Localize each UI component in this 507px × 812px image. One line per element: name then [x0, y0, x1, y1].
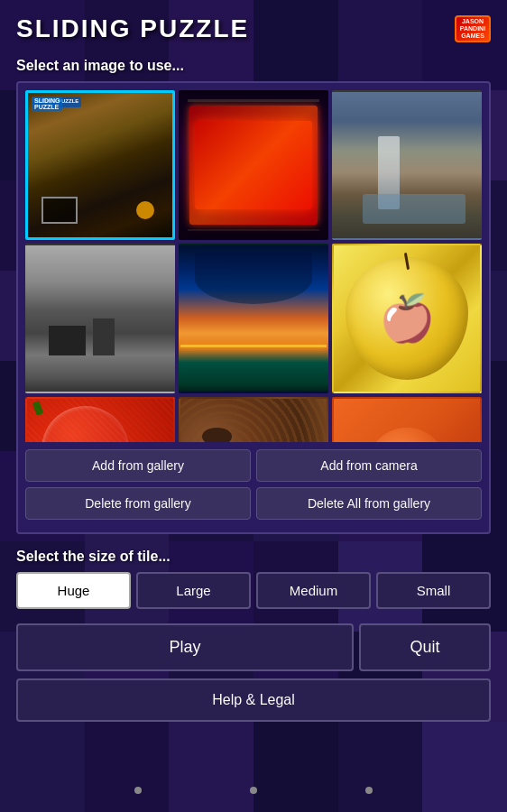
image-cell-neon[interactable] — [179, 90, 328, 240]
delete-from-gallery-button[interactable]: Delete from gallery — [25, 487, 251, 520]
image-cell-waterfall[interactable] — [332, 90, 482, 240]
quit-button[interactable]: Quit — [359, 623, 491, 671]
image-cell-sunset[interactable] — [179, 244, 328, 393]
select-image-label: Select an image to use... — [16, 58, 491, 74]
nav-dot-2[interactable] — [250, 787, 257, 794]
gallery-buttons: Add from gallery Add from camera Delete … — [25, 449, 482, 520]
bottom-navigation — [0, 787, 507, 794]
image-cell-apple[interactable] — [332, 244, 482, 393]
tile-large-button[interactable]: Large — [136, 572, 251, 609]
image-cell-puzzle[interactable]: SLIDING PUZZLE — [25, 90, 175, 240]
image-panel: SLIDING PUZZLE — [16, 81, 491, 534]
nav-dot-3[interactable] — [365, 787, 373, 794]
nav-dot-1[interactable] — [134, 787, 142, 794]
action-section: Play Quit Help & Legal — [16, 623, 491, 722]
image-cell-strawberry[interactable] — [25, 397, 175, 442]
tile-size-section: Select the size of tile... Huge Large Me… — [16, 549, 491, 609]
image-cell-bw-farm[interactable] — [25, 244, 175, 393]
tile-medium-button[interactable]: Medium — [256, 572, 371, 609]
logo-badge: JASON PANDINI GAMES — [455, 15, 491, 42]
tile-small-button[interactable]: Small — [376, 572, 491, 609]
app-title: SLIDING PUZZLE — [16, 14, 249, 43]
add-from-camera-button[interactable]: Add from camera — [256, 449, 482, 482]
tile-size-label: Select the size of tile... — [16, 549, 491, 565]
tile-size-buttons: Huge Large Medium Small — [16, 572, 491, 609]
tile-huge-button[interactable]: Huge — [16, 572, 131, 609]
header: SLIDING PUZZLE JASON PANDINI GAMES — [16, 9, 491, 49]
image-grid: SLIDING PUZZLE — [25, 90, 482, 442]
play-button[interactable]: Play — [16, 623, 354, 671]
play-quit-row: Play Quit — [16, 623, 491, 671]
add-from-gallery-button[interactable]: Add from gallery — [25, 449, 251, 482]
image-cell-peach[interactable] — [332, 397, 482, 442]
help-legal-button[interactable]: Help & Legal — [16, 678, 491, 722]
image-cell-nuts[interactable] — [179, 397, 328, 442]
delete-all-from-gallery-button[interactable]: Delete All from gallery — [256, 487, 482, 520]
